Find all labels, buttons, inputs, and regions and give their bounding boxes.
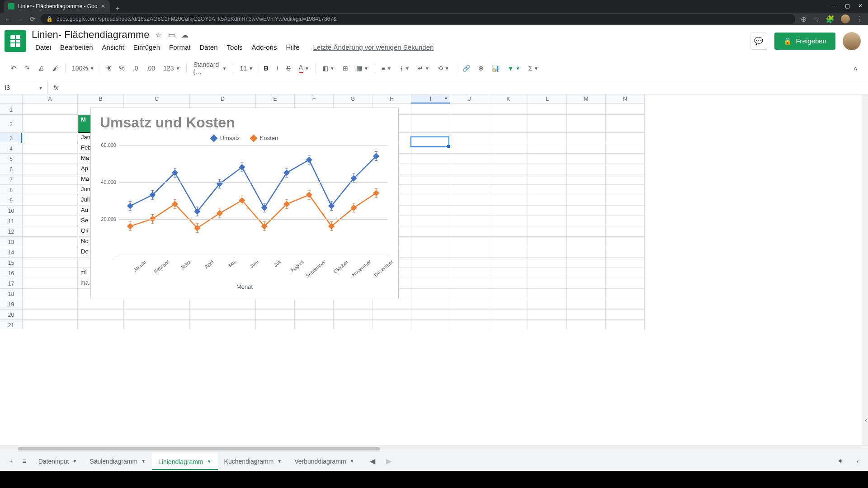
halign-button[interactable]: ≡▼: [378, 62, 395, 75]
cell[interactable]: [528, 133, 567, 143]
cell[interactable]: [23, 206, 78, 216]
cell[interactable]: [567, 164, 606, 174]
cell[interactable]: [606, 310, 645, 320]
menu-view[interactable]: Ansicht: [99, 42, 128, 53]
cell[interactable]: [411, 174, 450, 185]
row-header[interactable]: 17: [0, 278, 23, 289]
cell[interactable]: [411, 258, 450, 268]
cell[interactable]: [411, 310, 450, 320]
cell[interactable]: [606, 258, 645, 268]
cell[interactable]: [373, 299, 411, 310]
row-header[interactable]: 11: [0, 216, 23, 226]
col-header[interactable]: J: [450, 94, 489, 104]
forward-icon[interactable]: →: [17, 15, 24, 23]
cell[interactable]: [567, 320, 606, 330]
decrease-decimal-button[interactable]: ,0: [129, 62, 142, 75]
cell[interactable]: [489, 115, 528, 133]
cell[interactable]: [567, 154, 606, 164]
col-header[interactable]: C: [124, 94, 190, 104]
cell[interactable]: [489, 206, 528, 216]
increase-decimal-button[interactable]: ,00: [143, 62, 159, 75]
cell[interactable]: [489, 154, 528, 164]
col-header[interactable]: N: [606, 94, 645, 104]
cell[interactable]: [411, 185, 450, 195]
cell[interactable]: [528, 216, 567, 226]
font-size-select[interactable]: 11▼: [236, 62, 254, 75]
print-button[interactable]: 🖨: [34, 62, 48, 75]
cell[interactable]: [334, 310, 373, 320]
cell[interactable]: [489, 258, 528, 268]
cell[interactable]: [489, 310, 528, 320]
cell[interactable]: [190, 320, 256, 330]
cell[interactable]: [567, 278, 606, 289]
sheet-tab[interactable]: Verbunddiagramm▼: [288, 453, 360, 470]
cell[interactable]: [528, 299, 567, 310]
cell[interactable]: [606, 226, 645, 237]
cell[interactable]: [606, 143, 645, 154]
comments-button[interactable]: 💬: [750, 33, 767, 50]
cell[interactable]: [567, 133, 606, 143]
reload-icon[interactable]: ⟳: [30, 15, 35, 23]
row-header[interactable]: 19: [0, 299, 23, 310]
cell[interactable]: [23, 216, 78, 226]
cell[interactable]: [528, 164, 567, 174]
sheet-tab[interactable]: Säulendiagramm▼: [83, 453, 152, 470]
col-header[interactable]: A: [23, 94, 78, 104]
profile-avatar[interactable]: [843, 32, 861, 50]
cell[interactable]: [606, 133, 645, 143]
cell[interactable]: [489, 237, 528, 247]
cell[interactable]: [606, 104, 645, 115]
col-header[interactable]: D: [190, 94, 256, 104]
new-tab-button[interactable]: +: [110, 5, 125, 13]
col-header[interactable]: E: [256, 94, 295, 104]
cell[interactable]: [567, 174, 606, 185]
sheet-tab[interactable]: Dateninput▼: [32, 453, 84, 470]
col-header[interactable]: M: [567, 94, 606, 104]
cell[interactable]: [450, 206, 489, 216]
cell[interactable]: [528, 185, 567, 195]
cell[interactable]: [450, 247, 489, 258]
back-icon[interactable]: ←: [5, 15, 11, 23]
cell[interactable]: [256, 310, 295, 320]
menu-edit[interactable]: Bearbeiten: [57, 42, 97, 53]
cell[interactable]: [256, 320, 295, 330]
cell[interactable]: [23, 195, 78, 206]
row-header[interactable]: 21: [0, 320, 23, 330]
cell[interactable]: [567, 268, 606, 278]
merge-button[interactable]: ▦▼: [353, 62, 372, 75]
cell[interactable]: [489, 299, 528, 310]
extensions-icon[interactable]: 🧩: [826, 15, 835, 23]
row-header[interactable]: 18: [0, 289, 23, 299]
kebab-icon[interactable]: ⋮: [856, 15, 863, 23]
cell[interactable]: [606, 164, 645, 174]
cell[interactable]: [489, 143, 528, 154]
menu-tools[interactable]: Tools: [223, 42, 246, 53]
cell[interactable]: [190, 310, 256, 320]
cell[interactable]: [489, 216, 528, 226]
cell[interactable]: [567, 310, 606, 320]
row-header[interactable]: 10: [0, 206, 23, 216]
cell[interactable]: [489, 104, 528, 115]
profile-avatar-small[interactable]: [841, 14, 850, 23]
browser-tab[interactable]: Linien- Flächendiagramme - Goo ✕: [4, 0, 110, 13]
cell[interactable]: [411, 154, 450, 164]
cell[interactable]: [256, 299, 295, 310]
cell[interactable]: [567, 226, 606, 237]
comment-insert-button[interactable]: ⊕: [475, 62, 487, 75]
redo-button[interactable]: ↷: [21, 62, 33, 75]
cell[interactable]: [190, 299, 256, 310]
horizontal-scrollbar[interactable]: [0, 446, 868, 451]
bold-button[interactable]: B: [260, 62, 272, 75]
cell[interactable]: [567, 258, 606, 268]
cell[interactable]: [411, 278, 450, 289]
cell[interactable]: [23, 115, 78, 133]
percent-button[interactable]: %: [116, 62, 128, 75]
valign-button[interactable]: ⍿▼: [396, 62, 413, 75]
zoom-icon[interactable]: ⊕: [801, 15, 807, 23]
cell[interactable]: [23, 185, 78, 195]
side-panel-collapse-icon[interactable]: ‹: [853, 454, 863, 469]
row-header[interactable]: 5: [0, 154, 23, 164]
menu-help[interactable]: Hilfe: [282, 42, 303, 53]
cell[interactable]: [373, 320, 411, 330]
cell[interactable]: [23, 310, 78, 320]
